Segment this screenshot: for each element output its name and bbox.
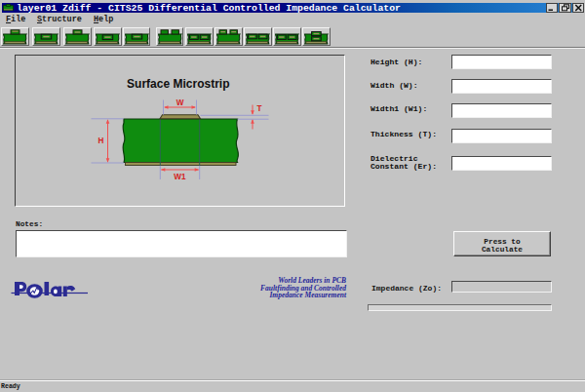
svg-text:H: H [98,137,104,145]
svg-text:T: T [257,104,262,113]
svg-text:Surface Microstrip: Surface Microstrip [127,77,229,91]
svg-text:W: W [176,98,184,107]
svg-text:W1: W1 [174,173,186,181]
